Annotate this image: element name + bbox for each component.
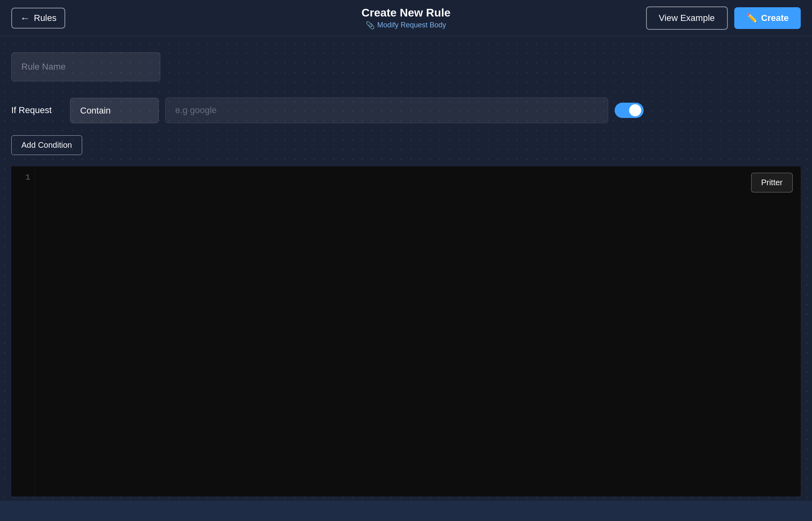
header-right: View Example ✏️ Create bbox=[646, 6, 801, 30]
create-button-label: Create bbox=[761, 13, 789, 23]
back-button[interactable]: ← Rules bbox=[11, 8, 65, 29]
header-subtitle: 📎 Modify Request Body bbox=[362, 21, 451, 30]
header-subtitle-text: Modify Request Body bbox=[377, 21, 446, 29]
if-request-label: If Request bbox=[11, 105, 64, 116]
toggle-slider bbox=[615, 103, 644, 118]
pritter-button[interactable]: Pritter bbox=[751, 173, 793, 192]
page-title: Create New Rule bbox=[362, 6, 451, 19]
toggle-container bbox=[615, 103, 644, 118]
main-content: If Request Contain Add Condition 1 Pritt… bbox=[0, 36, 812, 508]
code-editor: 1 Pritter bbox=[11, 166, 801, 496]
back-arrow-icon: ← bbox=[20, 12, 30, 24]
paperclip-icon: 📎 bbox=[366, 21, 375, 30]
header-center: Create New Rule 📎 Modify Request Body bbox=[362, 6, 451, 30]
line-number-1: 1 bbox=[16, 173, 30, 182]
back-button-label: Rules bbox=[34, 13, 56, 23]
bottom-bar bbox=[0, 501, 812, 521]
header-left: ← Rules bbox=[11, 8, 65, 29]
line-numbers: 1 bbox=[11, 166, 35, 496]
create-button[interactable]: ✏️ Create bbox=[734, 7, 801, 29]
pencil-icon: ✏️ bbox=[746, 13, 757, 23]
rule-name-input[interactable] bbox=[11, 52, 160, 81]
contain-select[interactable]: Contain bbox=[70, 98, 159, 123]
condition-value-input[interactable] bbox=[165, 97, 608, 123]
condition-toggle[interactable] bbox=[615, 103, 644, 118]
header: ← Rules Create New Rule 📎 Modify Request… bbox=[0, 0, 812, 36]
code-area[interactable]: Pritter bbox=[35, 166, 801, 496]
view-example-button[interactable]: View Example bbox=[646, 6, 728, 30]
condition-row: If Request Contain bbox=[11, 97, 801, 123]
add-condition-button[interactable]: Add Condition bbox=[11, 135, 82, 155]
